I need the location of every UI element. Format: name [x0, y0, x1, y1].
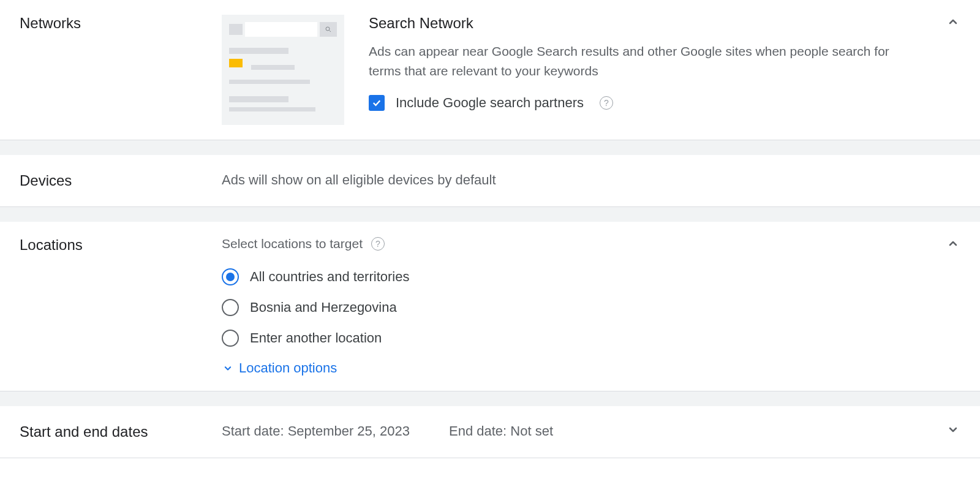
radio-button[interactable] [222, 299, 239, 316]
include-search-partners-checkbox[interactable] [369, 95, 385, 111]
chevron-down-icon [222, 362, 234, 374]
collapse-locations-icon[interactable] [946, 236, 960, 251]
svg-point-0 [326, 27, 330, 31]
start-date: Start date: September 25, 2023 [222, 423, 410, 439]
search-network-title: Search Network [369, 15, 924, 32]
devices-label: Devices [20, 172, 222, 189]
radio-button[interactable] [222, 268, 239, 285]
locations-prompt: Select locations to target [222, 236, 363, 251]
location-option[interactable]: All countries and territories [222, 268, 960, 285]
search-network-description: Ads can appear near Google Search result… [369, 42, 924, 80]
location-option-label: All countries and territories [250, 269, 409, 285]
dates-section[interactable]: Start and end dates Start date: Septembe… [0, 406, 980, 458]
end-date: End date: Not set [449, 423, 553, 439]
location-option[interactable]: Bosnia and Herzegovina [222, 299, 960, 316]
help-icon[interactable]: ? [371, 237, 385, 251]
search-network-illustration [222, 15, 344, 125]
search-icon [320, 22, 337, 37]
include-search-partners-label: Include Google search partners [396, 95, 584, 111]
locations-label: Locations [20, 236, 222, 254]
dates-label: Start and end dates [20, 423, 222, 440]
collapse-networks-icon[interactable] [946, 15, 960, 29]
location-option[interactable]: Enter another location [222, 330, 960, 347]
location-options-label: Location options [239, 360, 337, 376]
networks-section: Networks [0, 0, 980, 140]
networks-label: Networks [20, 15, 222, 32]
svg-line-1 [330, 31, 331, 32]
help-icon[interactable]: ? [600, 96, 613, 110]
radio-button[interactable] [222, 330, 239, 347]
location-option-label: Bosnia and Herzegovina [250, 300, 397, 315]
devices-summary: Ads will show on all eligible devices by… [222, 172, 496, 187]
devices-section[interactable]: Devices Ads will show on all eligible de… [0, 155, 980, 207]
location-options-toggle[interactable]: Location options [222, 360, 960, 376]
locations-section: Locations Select locations to target ? A… [0, 222, 980, 391]
expand-dates-icon[interactable] [946, 422, 960, 437]
location-option-label: Enter another location [250, 330, 382, 346]
